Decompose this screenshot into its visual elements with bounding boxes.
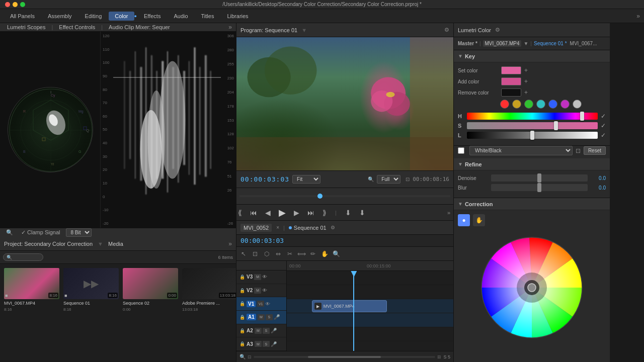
color-dot-yellow[interactable]: [512, 100, 521, 109]
project-more-icon[interactable]: »: [228, 240, 232, 247]
hand-tool-btn[interactable]: ✋: [319, 249, 330, 258]
wb-select[interactable]: White/Black: [469, 146, 573, 155]
shuttle-left-btn[interactable]: ⟪: [236, 208, 244, 217]
source-dropdown-arrow[interactable]: ▼: [523, 41, 528, 46]
s-slider-thumb[interactable]: [554, 121, 558, 130]
audio-mixer-tab[interactable]: Audio Clip Mixer: Sequer: [106, 23, 173, 31]
a2-m-btn[interactable]: M: [255, 328, 262, 334]
slip-tool-btn[interactable]: ⟺: [296, 249, 306, 258]
tab-all-panels[interactable]: All Panels: [4, 12, 41, 21]
l-slider-check[interactable]: ✓: [601, 132, 606, 139]
scrubber-thumb[interactable]: [317, 194, 323, 199]
wb-info-icon[interactable]: ⊡: [576, 147, 581, 154]
a3-s-btn[interactable]: S: [263, 341, 270, 347]
tab-assembly[interactable]: Assembly: [42, 12, 78, 21]
set-color-eyedropper[interactable]: +: [524, 67, 528, 74]
a3-m-btn[interactable]: M: [255, 341, 262, 347]
play-btn[interactable]: ▶: [277, 207, 287, 219]
list-item[interactable]: 0:00 Sequence 02 0:00: [123, 268, 178, 357]
correction-tool-circle[interactable]: ●: [458, 214, 470, 226]
key-section-header[interactable]: ▼ Key: [454, 50, 610, 62]
tab-libraries[interactable]: Libraries: [221, 12, 254, 21]
nav-more-icon[interactable]: »: [636, 13, 640, 20]
zoom-tool-btn[interactable]: 🔍: [331, 249, 341, 258]
a2-s-btn[interactable]: S: [263, 328, 270, 334]
wheel-center-dot[interactable]: [528, 284, 536, 292]
lumetri-scopes-tab[interactable]: Lumetri Scopes: [4, 23, 48, 31]
project-search-input[interactable]: [14, 254, 41, 260]
h-slider-thumb[interactable]: [580, 112, 584, 121]
h-slider-track[interactable]: [467, 113, 598, 120]
l-slider-thumb[interactable]: [530, 131, 534, 140]
tab-titles[interactable]: Titles: [195, 12, 220, 21]
fit-select[interactable]: Fit 25% 50% 100%: [292, 175, 320, 184]
clamp-signal-toggle[interactable]: ✓ Clamp Signal: [19, 228, 62, 237]
v2-eye-btn[interactable]: 👁: [262, 288, 267, 293]
insert-btn[interactable]: ⬇: [344, 208, 353, 217]
bit-depth-select[interactable]: 8 Bit: [66, 228, 92, 237]
panel-more-icon[interactable]: »: [228, 24, 232, 31]
l-slider-track[interactable]: [467, 132, 598, 139]
blur-thumb[interactable]: [537, 183, 541, 192]
zoom-icon[interactable]: 🔍: [368, 176, 374, 182]
a1-lock-btn[interactable]: 🔒: [239, 315, 245, 320]
shuttle-right-btn[interactable]: ⟫: [321, 208, 328, 217]
a1-m-btn[interactable]: M: [258, 314, 265, 320]
sequence-tab[interactable]: Sequence 01: [289, 225, 327, 231]
razor-tool-btn[interactable]: ✂: [285, 249, 295, 258]
list-item[interactable]: ■ 8:16 MVI_0067.MP4 8:16: [4, 268, 59, 357]
v3-lock-btn[interactable]: 🔒: [239, 275, 245, 280]
zoom-out-btn[interactable]: 🔍: [239, 354, 246, 359]
v1-lock-btn[interactable]: 🔒: [239, 301, 245, 306]
color-dot-white[interactable]: [573, 100, 582, 109]
preview-settings-icon[interactable]: ⚙: [444, 27, 449, 33]
remove-color-swatch[interactable]: [501, 88, 521, 97]
seq-settings-icon[interactable]: ⚙: [331, 225, 335, 230]
play-back-btn[interactable]: ◀: [264, 208, 272, 217]
step-forward-btn[interactable]: ⏭: [306, 208, 316, 217]
color-dot-red[interactable]: [500, 100, 509, 109]
color-wheel-svg[interactable]: [476, 232, 587, 343]
add-color-eyedropper[interactable]: +: [524, 78, 528, 85]
color-dot-green[interactable]: [524, 100, 533, 109]
timeline-scrubber[interactable]: [239, 195, 450, 197]
correction-tool-hand[interactable]: ✋: [473, 214, 485, 226]
s-slider-track[interactable]: [467, 122, 598, 129]
timeline-zoom-slider[interactable]: [254, 356, 435, 358]
a3-lock-btn[interactable]: 🔒: [239, 341, 245, 346]
set-color-swatch[interactable]: [501, 66, 521, 74]
media-tab[interactable]: Media: [108, 241, 123, 247]
s-slider-check[interactable]: ✓: [601, 122, 606, 129]
v1-active-btn[interactable]: V1: [257, 301, 264, 307]
a1-s-btn[interactable]: S: [266, 314, 273, 320]
blur-slider[interactable]: [491, 184, 588, 191]
refine-section-header[interactable]: ▼ Refine: [454, 158, 610, 170]
tab-effects[interactable]: Effects: [138, 12, 167, 21]
add-color-swatch[interactable]: [501, 77, 521, 85]
tab-audio[interactable]: Audio: [168, 12, 194, 21]
denoise-slider[interactable]: [491, 174, 588, 182]
video-clip[interactable]: ▶ MVI_0067.MP4: [312, 300, 387, 312]
remove-color-eyedropper[interactable]: +: [524, 89, 528, 96]
overwrite-btn[interactable]: ⬇: [358, 208, 367, 217]
scope-toggle-btn[interactable]: ⊡: [406, 176, 410, 182]
track-select-btn[interactable]: ⊡: [250, 249, 260, 258]
timeline-tab-mvi[interactable]: MVI_0052: [240, 224, 272, 232]
play-forward-btn[interactable]: ▶: [292, 208, 301, 217]
step-back-btn[interactable]: ⏮: [249, 208, 259, 217]
list-item[interactable]: ▶▶ ■ 8:16 Sequence 01 8:16: [63, 268, 119, 357]
pen-tool-btn[interactable]: ✏: [308, 249, 318, 258]
a1-name[interactable]: A1: [247, 314, 256, 320]
scope-search-btn[interactable]: 🔍: [4, 228, 15, 237]
h-slider-check[interactable]: ✓: [601, 113, 606, 120]
v1-name[interactable]: V1: [247, 301, 256, 307]
color-dot-cyan[interactable]: [536, 100, 545, 109]
timeline-ruler[interactable]: 00:00 00:00:15:00: [287, 261, 453, 271]
v1-eye-btn[interactable]: 👁: [265, 301, 270, 307]
color-dot-magenta[interactable]: [560, 100, 570, 109]
ripple-edit-btn[interactable]: ⬡: [262, 249, 272, 258]
project-search-box[interactable]: 🔍: [3, 253, 43, 261]
color-dot-blue[interactable]: [548, 100, 557, 109]
v2-lock-btn[interactable]: 🔒: [239, 288, 245, 293]
tab-close-mvi[interactable]: ×: [276, 225, 279, 230]
